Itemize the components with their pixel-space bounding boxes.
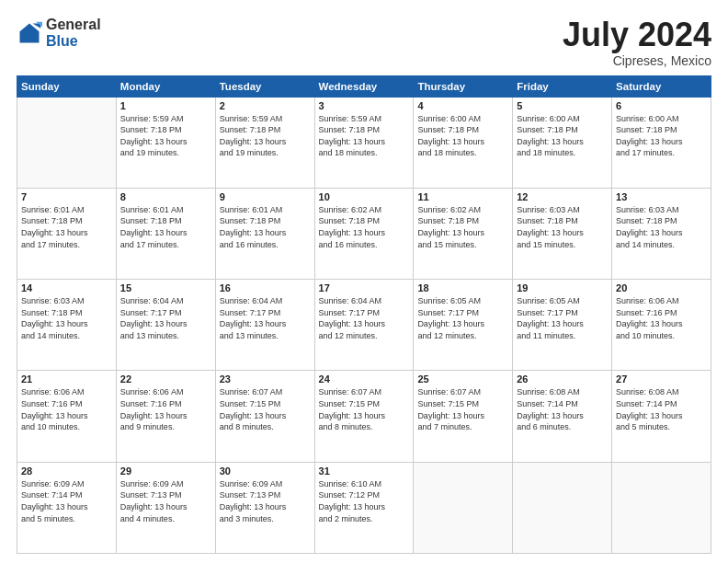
table-row: 20Sunrise: 6:06 AMSunset: 7:16 PMDayligh… [612,280,711,371]
table-row: 17Sunrise: 6:04 AMSunset: 7:17 PMDayligh… [314,280,414,371]
table-row: 28Sunrise: 6:09 AMSunset: 7:14 PMDayligh… [17,462,117,553]
col-monday: Monday [116,75,215,97]
day-info: Sunrise: 6:02 AMSunset: 7:18 PMDaylight:… [319,204,410,250]
table-row: 18Sunrise: 6:05 AMSunset: 7:17 PMDayligh… [414,280,513,371]
table-row [414,462,513,553]
table-row: 8Sunrise: 6:01 AMSunset: 7:18 PMDaylight… [116,188,215,279]
table-row [17,97,117,188]
day-info: Sunrise: 6:09 AMSunset: 7:14 PMDaylight:… [21,478,112,524]
table-row: 26Sunrise: 6:08 AMSunset: 7:14 PMDayligh… [513,371,612,462]
day-number: 7 [21,191,112,202]
day-number: 2 [220,100,311,111]
day-number: 23 [220,373,311,385]
day-info: Sunrise: 6:07 AMSunset: 7:15 PMDaylight:… [319,386,410,432]
day-info: Sunrise: 6:07 AMSunset: 7:15 PMDaylight:… [220,386,311,432]
col-friday: Friday [513,75,612,97]
col-tuesday: Tuesday [215,75,314,97]
header: General Blue July 2024 Cipreses, Mexico [17,17,711,68]
day-number: 17 [319,282,410,293]
day-info: Sunrise: 5:59 AMSunset: 7:18 PMDaylight:… [120,113,211,159]
day-info: Sunrise: 6:10 AMSunset: 7:12 PMDaylight:… [319,478,410,524]
week-row-5: 28Sunrise: 6:09 AMSunset: 7:14 PMDayligh… [17,462,711,553]
day-info: Sunrise: 6:04 AMSunset: 7:17 PMDaylight:… [120,295,211,341]
table-row: 22Sunrise: 6:06 AMSunset: 7:16 PMDayligh… [116,371,215,462]
day-number: 25 [417,373,508,385]
day-info: Sunrise: 6:06 AMSunset: 7:16 PMDaylight:… [21,386,112,432]
day-number: 31 [319,465,410,477]
day-number: 13 [616,191,707,202]
day-number: 26 [517,373,608,385]
day-number: 4 [417,100,508,111]
table-row: 23Sunrise: 6:07 AMSunset: 7:15 PMDayligh… [215,371,314,462]
table-row: 25Sunrise: 6:07 AMSunset: 7:15 PMDayligh… [414,371,513,462]
day-info: Sunrise: 5:59 AMSunset: 7:18 PMDaylight:… [319,113,410,159]
day-info: Sunrise: 6:05 AMSunset: 7:17 PMDaylight:… [517,295,608,341]
calendar-table: Sunday Monday Tuesday Wednesday Thursday… [17,75,711,554]
day-number: 19 [517,282,608,293]
table-row: 14Sunrise: 6:03 AMSunset: 7:18 PMDayligh… [17,280,117,371]
week-row-3: 14Sunrise: 6:03 AMSunset: 7:18 PMDayligh… [17,280,711,371]
day-info: Sunrise: 6:01 AMSunset: 7:18 PMDaylight:… [220,204,311,250]
table-row: 27Sunrise: 6:08 AMSunset: 7:14 PMDayligh… [612,371,711,462]
logo-text: General Blue [46,17,101,49]
day-number: 10 [319,191,410,202]
day-info: Sunrise: 5:59 AMSunset: 7:18 PMDaylight:… [220,113,311,159]
table-row: 4Sunrise: 6:00 AMSunset: 7:18 PMDaylight… [414,97,513,188]
table-row: 15Sunrise: 6:04 AMSunset: 7:17 PMDayligh… [116,280,215,371]
table-row: 6Sunrise: 6:00 AMSunset: 7:18 PMDaylight… [612,97,711,188]
calendar-location: Cipreses, Mexico [563,53,711,68]
table-row [513,462,612,553]
table-row: 24Sunrise: 6:07 AMSunset: 7:15 PMDayligh… [314,371,414,462]
table-row: 19Sunrise: 6:05 AMSunset: 7:17 PMDayligh… [513,280,612,371]
day-number: 21 [21,373,112,385]
col-sunday: Sunday [17,75,117,97]
table-row: 10Sunrise: 6:02 AMSunset: 7:18 PMDayligh… [314,188,414,279]
logo-blue-text: Blue [46,33,78,49]
day-number: 8 [120,191,211,202]
day-number: 22 [120,373,211,385]
day-info: Sunrise: 6:09 AMSunset: 7:13 PMDaylight:… [120,478,211,524]
table-row: 30Sunrise: 6:09 AMSunset: 7:13 PMDayligh… [215,462,314,553]
day-number: 20 [616,282,707,293]
day-info: Sunrise: 6:00 AMSunset: 7:18 PMDaylight:… [616,113,707,159]
table-row: 9Sunrise: 6:01 AMSunset: 7:18 PMDaylight… [215,188,314,279]
col-saturday: Saturday [612,75,711,97]
day-info: Sunrise: 6:09 AMSunset: 7:13 PMDaylight:… [220,478,311,524]
day-info: Sunrise: 6:08 AMSunset: 7:14 PMDaylight:… [616,386,707,432]
day-info: Sunrise: 6:04 AMSunset: 7:17 PMDaylight:… [319,295,410,341]
table-row: 11Sunrise: 6:02 AMSunset: 7:18 PMDayligh… [414,188,513,279]
title-block: July 2024 Cipreses, Mexico [563,17,711,68]
day-info: Sunrise: 6:02 AMSunset: 7:18 PMDaylight:… [417,204,508,250]
day-number: 30 [220,465,311,477]
day-info: Sunrise: 6:07 AMSunset: 7:15 PMDaylight:… [417,386,508,432]
table-row: 3Sunrise: 5:59 AMSunset: 7:18 PMDaylight… [314,97,414,188]
table-row: 5Sunrise: 6:00 AMSunset: 7:18 PMDaylight… [513,97,612,188]
day-number: 3 [319,100,410,111]
day-number: 5 [517,100,608,111]
table-row [612,462,711,553]
day-info: Sunrise: 6:01 AMSunset: 7:18 PMDaylight:… [21,204,112,250]
day-info: Sunrise: 6:00 AMSunset: 7:18 PMDaylight:… [417,113,508,159]
day-number: 9 [220,191,311,202]
day-info: Sunrise: 6:00 AMSunset: 7:18 PMDaylight:… [517,113,608,159]
day-number: 29 [120,465,211,477]
day-info: Sunrise: 6:06 AMSunset: 7:16 PMDaylight:… [616,295,707,341]
table-row: 31Sunrise: 6:10 AMSunset: 7:12 PMDayligh… [314,462,414,553]
day-number: 24 [319,373,410,385]
table-row: 7Sunrise: 6:01 AMSunset: 7:18 PMDaylight… [17,188,117,279]
table-row: 2Sunrise: 5:59 AMSunset: 7:18 PMDaylight… [215,97,314,188]
table-row: 29Sunrise: 6:09 AMSunset: 7:13 PMDayligh… [116,462,215,553]
day-info: Sunrise: 6:03 AMSunset: 7:18 PMDaylight:… [21,295,112,341]
day-info: Sunrise: 6:03 AMSunset: 7:18 PMDaylight:… [517,204,608,250]
table-row: 1Sunrise: 5:59 AMSunset: 7:18 PMDaylight… [116,97,215,188]
day-number: 6 [616,100,707,111]
week-row-1: 1Sunrise: 5:59 AMSunset: 7:18 PMDaylight… [17,97,711,188]
day-number: 18 [417,282,508,293]
day-number: 15 [120,282,211,293]
week-row-2: 7Sunrise: 6:01 AMSunset: 7:18 PMDaylight… [17,188,711,279]
table-row: 21Sunrise: 6:06 AMSunset: 7:16 PMDayligh… [17,371,117,462]
logo: General Blue [17,17,101,49]
table-row: 16Sunrise: 6:04 AMSunset: 7:17 PMDayligh… [215,280,314,371]
day-number: 28 [21,465,112,477]
week-row-4: 21Sunrise: 6:06 AMSunset: 7:16 PMDayligh… [17,371,711,462]
